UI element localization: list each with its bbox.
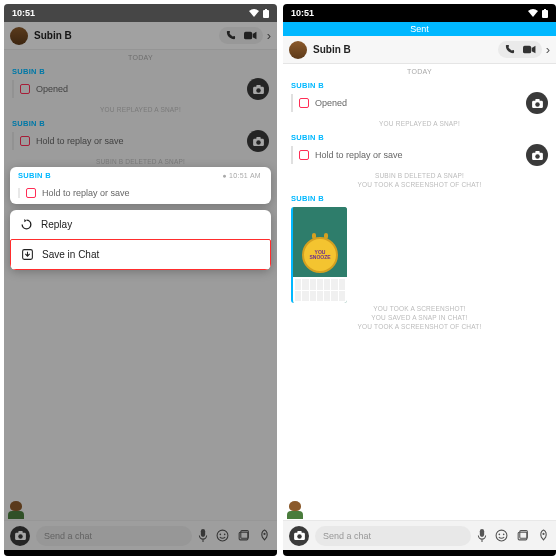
footer-camera-button[interactable]: [289, 526, 309, 546]
gallery-icon[interactable]: [516, 529, 529, 542]
snap-row-opened[interactable]: Opened: [283, 92, 556, 118]
emoji-icon[interactable]: [495, 529, 508, 542]
system-nav-bar: [283, 550, 556, 556]
replay-icon: [20, 218, 33, 231]
battery-icon: [542, 9, 548, 18]
system-screenshot-chat: YOU TOOK A SCREENSHOT OF CHAT!: [283, 181, 556, 188]
phone-right: 10:51 Sent Subin B › TODAY SUBIN B Opene…: [283, 4, 556, 556]
phone-left: 10:51 Subin B › TODAY SUBIN B Opened YOU…: [4, 4, 277, 556]
audio-call-button[interactable]: [504, 44, 515, 55]
save-chat-icon: [21, 248, 34, 261]
status-bar: 10:51: [283, 4, 556, 22]
system-saved: YOU SAVED A SNAP IN CHAT!: [283, 314, 556, 321]
wifi-icon: [528, 9, 538, 17]
system-replayed: YOU REPLAYED A SNAP!: [283, 120, 556, 127]
menu-replay-label: Replay: [41, 219, 72, 230]
svg-point-38: [542, 533, 544, 535]
svg-point-25: [535, 102, 540, 107]
status-time: 10:51: [291, 8, 314, 18]
calendar-strip: [293, 277, 347, 303]
menu-save-in-chat[interactable]: Save in Chat: [10, 239, 271, 270]
svg-point-34: [499, 534, 501, 536]
system-deleted: SUBIN B DELETED A SNAP!: [283, 172, 556, 179]
avatar[interactable]: [289, 41, 307, 59]
day-label: TODAY: [283, 68, 556, 75]
svg-point-28: [535, 154, 540, 159]
svg-rect-21: [544, 9, 546, 10]
snap-opened-icon: [299, 98, 309, 108]
bitmoji-presence: [283, 501, 556, 520]
system-screenshot-chat-2: YOU TOOK A SCREENSHOT OF CHAT!: [283, 323, 556, 330]
snap-hold-icon: [299, 150, 309, 160]
svg-rect-30: [297, 531, 302, 533]
svg-rect-24: [535, 99, 540, 101]
chat-body: TODAY SUBIN B Opened YOU REPLAYED A SNAP…: [283, 64, 556, 520]
svg-rect-20: [542, 10, 548, 18]
saved-snap-thumbnail[interactable]: YOU SNOOZE: [291, 207, 347, 303]
chat-header: Subin B ›: [283, 36, 556, 64]
svg-rect-22: [523, 46, 531, 54]
context-snap-icon: [26, 188, 36, 198]
menu-replay[interactable]: Replay: [10, 210, 271, 239]
menu-save-label: Save in Chat: [42, 249, 99, 260]
rocket-icon[interactable]: [537, 529, 550, 542]
context-timestamp: ● 10:51 AM: [222, 172, 261, 179]
camera-reply-button[interactable]: [526, 92, 548, 114]
context-menu: Replay Save in Chat: [10, 210, 271, 270]
video-call-button[interactable]: [523, 44, 536, 55]
sent-banner: Sent: [283, 22, 556, 36]
svg-rect-32: [480, 529, 484, 537]
contact-name[interactable]: Subin B: [313, 44, 492, 55]
modal-scrim[interactable]: [4, 4, 277, 556]
sender-label-3: SUBIN B: [283, 190, 556, 205]
svg-point-35: [503, 534, 505, 536]
svg-point-31: [297, 534, 302, 539]
chat-footer: Send a chat: [283, 520, 556, 550]
status-icons: [528, 9, 548, 18]
battery-icon: [263, 9, 269, 18]
mic-icon[interactable]: [477, 529, 487, 542]
wifi-icon: [249, 9, 259, 17]
camera-reply-button-2[interactable]: [526, 144, 548, 166]
call-pill: [498, 41, 542, 58]
header-actions: ›: [498, 41, 550, 58]
status-bar: 10:51: [4, 4, 277, 22]
bitmoji-icon: [287, 501, 303, 519]
status-icons: [249, 9, 269, 18]
snap-row-hold[interactable]: Hold to replay or save: [283, 144, 556, 170]
context-snap-card: SUBIN B ● 10:51 AM Hold to replay or sav…: [10, 167, 271, 204]
chevron-right-icon[interactable]: ›: [546, 42, 550, 57]
svg-point-33: [496, 530, 507, 541]
sender-label-2: SUBIN B: [283, 129, 556, 144]
context-snap-row[interactable]: Hold to replay or save: [10, 182, 271, 204]
system-screenshot: YOU TOOK A SCREENSHOT!: [283, 305, 556, 312]
context-sender: SUBIN B ● 10:51 AM: [10, 167, 271, 182]
chat-input[interactable]: Send a chat: [315, 526, 471, 546]
status-time: 10:51: [12, 8, 35, 18]
svg-rect-0: [263, 10, 269, 18]
sender-label: SUBIN B: [283, 77, 556, 92]
svg-rect-1: [265, 9, 267, 10]
snap-graphic: YOU SNOOZE: [302, 237, 338, 273]
svg-rect-27: [535, 151, 540, 153]
